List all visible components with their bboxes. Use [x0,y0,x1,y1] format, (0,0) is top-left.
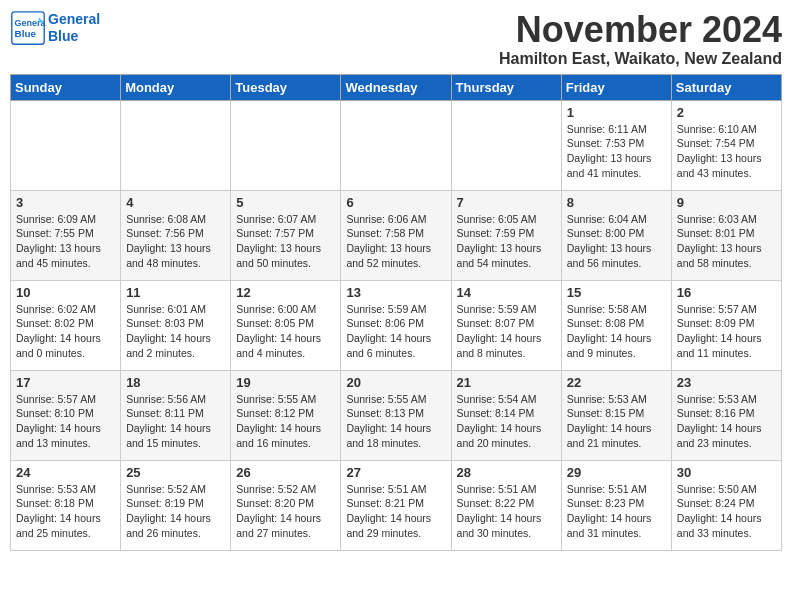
svg-text:Blue: Blue [15,28,37,39]
calendar-cell [451,100,561,190]
day-number: 10 [16,285,115,300]
day-number: 20 [346,375,445,390]
calendar-cell: 11Sunrise: 6:01 AM Sunset: 8:03 PM Dayli… [121,280,231,370]
weekday-header-tuesday: Tuesday [231,74,341,100]
weekday-header-saturday: Saturday [671,74,781,100]
weekday-header-sunday: Sunday [11,74,121,100]
day-detail: Sunrise: 5:51 AM Sunset: 8:21 PM Dayligh… [346,482,445,541]
day-detail: Sunrise: 6:00 AM Sunset: 8:05 PM Dayligh… [236,302,335,361]
header-row: SundayMondayTuesdayWednesdayThursdayFrid… [11,74,782,100]
day-number: 19 [236,375,335,390]
calendar-cell: 30Sunrise: 5:50 AM Sunset: 8:24 PM Dayli… [671,460,781,550]
day-number: 21 [457,375,556,390]
day-number: 14 [457,285,556,300]
calendar-cell: 9Sunrise: 6:03 AM Sunset: 8:01 PM Daylig… [671,190,781,280]
calendar-cell: 1Sunrise: 6:11 AM Sunset: 7:53 PM Daylig… [561,100,671,190]
calendar-cell: 12Sunrise: 6:00 AM Sunset: 8:05 PM Dayli… [231,280,341,370]
day-detail: Sunrise: 5:52 AM Sunset: 8:19 PM Dayligh… [126,482,225,541]
day-number: 8 [567,195,666,210]
logo-icon: General Blue [10,10,46,46]
calendar-header: SundayMondayTuesdayWednesdayThursdayFrid… [11,74,782,100]
day-detail: Sunrise: 6:11 AM Sunset: 7:53 PM Dayligh… [567,122,666,181]
calendar-cell: 21Sunrise: 5:54 AM Sunset: 8:14 PM Dayli… [451,370,561,460]
calendar-cell: 28Sunrise: 5:51 AM Sunset: 8:22 PM Dayli… [451,460,561,550]
calendar-cell: 14Sunrise: 5:59 AM Sunset: 8:07 PM Dayli… [451,280,561,370]
day-number: 23 [677,375,776,390]
calendar-cell [11,100,121,190]
weekday-header-thursday: Thursday [451,74,561,100]
title-block: November 2024 Hamilton East, Waikato, Ne… [499,10,782,68]
calendar-cell: 15Sunrise: 5:58 AM Sunset: 8:08 PM Dayli… [561,280,671,370]
day-number: 25 [126,465,225,480]
calendar-cell: 6Sunrise: 6:06 AM Sunset: 7:58 PM Daylig… [341,190,451,280]
day-detail: Sunrise: 6:07 AM Sunset: 7:57 PM Dayligh… [236,212,335,271]
weekday-header-wednesday: Wednesday [341,74,451,100]
day-detail: Sunrise: 5:53 AM Sunset: 8:18 PM Dayligh… [16,482,115,541]
day-number: 1 [567,105,666,120]
day-detail: Sunrise: 5:58 AM Sunset: 8:08 PM Dayligh… [567,302,666,361]
day-number: 9 [677,195,776,210]
calendar-cell: 3Sunrise: 6:09 AM Sunset: 7:55 PM Daylig… [11,190,121,280]
day-detail: Sunrise: 5:53 AM Sunset: 8:16 PM Dayligh… [677,392,776,451]
day-number: 26 [236,465,335,480]
calendar-cell: 16Sunrise: 5:57 AM Sunset: 8:09 PM Dayli… [671,280,781,370]
logo-text: General Blue [48,11,100,45]
day-detail: Sunrise: 6:05 AM Sunset: 7:59 PM Dayligh… [457,212,556,271]
day-number: 5 [236,195,335,210]
day-number: 12 [236,285,335,300]
month-title: November 2024 [499,10,782,50]
day-number: 11 [126,285,225,300]
day-detail: Sunrise: 6:06 AM Sunset: 7:58 PM Dayligh… [346,212,445,271]
day-detail: Sunrise: 6:10 AM Sunset: 7:54 PM Dayligh… [677,122,776,181]
week-row-2: 3Sunrise: 6:09 AM Sunset: 7:55 PM Daylig… [11,190,782,280]
day-detail: Sunrise: 5:52 AM Sunset: 8:20 PM Dayligh… [236,482,335,541]
day-detail: Sunrise: 5:57 AM Sunset: 8:10 PM Dayligh… [16,392,115,451]
day-number: 30 [677,465,776,480]
week-row-4: 17Sunrise: 5:57 AM Sunset: 8:10 PM Dayli… [11,370,782,460]
day-number: 18 [126,375,225,390]
calendar-cell [231,100,341,190]
day-number: 15 [567,285,666,300]
day-number: 17 [16,375,115,390]
day-detail: Sunrise: 6:09 AM Sunset: 7:55 PM Dayligh… [16,212,115,271]
weekday-header-monday: Monday [121,74,231,100]
calendar-cell: 20Sunrise: 5:55 AM Sunset: 8:13 PM Dayli… [341,370,451,460]
day-number: 13 [346,285,445,300]
day-detail: Sunrise: 5:51 AM Sunset: 8:22 PM Dayligh… [457,482,556,541]
calendar-cell: 2Sunrise: 6:10 AM Sunset: 7:54 PM Daylig… [671,100,781,190]
day-detail: Sunrise: 5:54 AM Sunset: 8:14 PM Dayligh… [457,392,556,451]
logo: General Blue General Blue [10,10,100,46]
day-detail: Sunrise: 5:50 AM Sunset: 8:24 PM Dayligh… [677,482,776,541]
calendar-cell: 26Sunrise: 5:52 AM Sunset: 8:20 PM Dayli… [231,460,341,550]
calendar-cell: 27Sunrise: 5:51 AM Sunset: 8:21 PM Dayli… [341,460,451,550]
day-number: 24 [16,465,115,480]
day-detail: Sunrise: 5:55 AM Sunset: 8:13 PM Dayligh… [346,392,445,451]
day-detail: Sunrise: 5:59 AM Sunset: 8:07 PM Dayligh… [457,302,556,361]
calendar-cell: 19Sunrise: 5:55 AM Sunset: 8:12 PM Dayli… [231,370,341,460]
day-detail: Sunrise: 5:51 AM Sunset: 8:23 PM Dayligh… [567,482,666,541]
calendar-cell: 10Sunrise: 6:02 AM Sunset: 8:02 PM Dayli… [11,280,121,370]
day-detail: Sunrise: 6:01 AM Sunset: 8:03 PM Dayligh… [126,302,225,361]
day-number: 22 [567,375,666,390]
calendar-cell: 24Sunrise: 5:53 AM Sunset: 8:18 PM Dayli… [11,460,121,550]
day-detail: Sunrise: 5:59 AM Sunset: 8:06 PM Dayligh… [346,302,445,361]
day-detail: Sunrise: 5:53 AM Sunset: 8:15 PM Dayligh… [567,392,666,451]
day-number: 28 [457,465,556,480]
day-number: 16 [677,285,776,300]
calendar-cell: 22Sunrise: 5:53 AM Sunset: 8:15 PM Dayli… [561,370,671,460]
day-number: 29 [567,465,666,480]
location-subtitle: Hamilton East, Waikato, New Zealand [499,50,782,68]
week-row-3: 10Sunrise: 6:02 AM Sunset: 8:02 PM Dayli… [11,280,782,370]
calendar-cell: 29Sunrise: 5:51 AM Sunset: 8:23 PM Dayli… [561,460,671,550]
day-number: 3 [16,195,115,210]
day-detail: Sunrise: 6:03 AM Sunset: 8:01 PM Dayligh… [677,212,776,271]
calendar-cell: 23Sunrise: 5:53 AM Sunset: 8:16 PM Dayli… [671,370,781,460]
day-detail: Sunrise: 5:55 AM Sunset: 8:12 PM Dayligh… [236,392,335,451]
calendar-table: SundayMondayTuesdayWednesdayThursdayFrid… [10,74,782,551]
week-row-1: 1Sunrise: 6:11 AM Sunset: 7:53 PM Daylig… [11,100,782,190]
day-detail: Sunrise: 6:08 AM Sunset: 7:56 PM Dayligh… [126,212,225,271]
calendar-cell: 18Sunrise: 5:56 AM Sunset: 8:11 PM Dayli… [121,370,231,460]
page-header: General Blue General Blue November 2024 … [10,10,782,68]
calendar-cell: 13Sunrise: 5:59 AM Sunset: 8:06 PM Dayli… [341,280,451,370]
week-row-5: 24Sunrise: 5:53 AM Sunset: 8:18 PM Dayli… [11,460,782,550]
